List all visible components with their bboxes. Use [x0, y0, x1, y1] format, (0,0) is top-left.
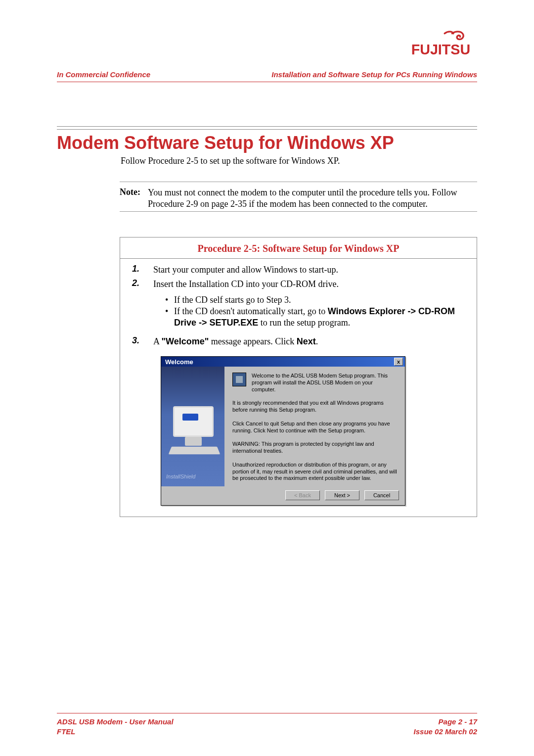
note-label: Note: — [120, 187, 148, 209]
s3-mid: message appears. Click — [209, 336, 296, 346]
bullet-prefix: If the CD doesn't automatically start, g… — [174, 306, 328, 316]
step-3: 3. A "Welcome" message appears. Click Ne… — [126, 335, 471, 347]
step-text: Insert the Installation CD into your CD-… — [153, 278, 471, 332]
installshield-tag: InstallShield — [166, 473, 195, 479]
note-rule-bottom — [120, 211, 477, 212]
footer-r1: Page 2 - 17 — [414, 717, 477, 727]
footer-r2: Issue 02 March 02 — [414, 727, 477, 737]
page-footer: ADSL USB Modem - User Manual FTEL Page 2… — [57, 717, 477, 736]
dialog-titlebar: Welcome x — [161, 357, 405, 367]
section-rule-2 — [57, 129, 477, 130]
page-header: In Commercial Confidence Installation an… — [57, 70, 477, 79]
dialog-side-image: InstallShield — [161, 367, 224, 486]
dialog-body: InstallShield Welcome to the ADSL USB Mo… — [161, 367, 405, 486]
bullet-1: If the CD self starts go to Step 3. — [163, 294, 471, 306]
setup-icon — [232, 373, 246, 386]
dialog-p2: Click Cancel to quit Setup and then clos… — [232, 421, 397, 434]
s3-prefix: A — [153, 336, 162, 346]
step-num: 3. — [126, 335, 153, 347]
s3-qbold: "Welcome" — [162, 336, 209, 346]
note-rule-top — [120, 182, 477, 182]
bullet-2: If the CD doesn't automatically start, g… — [163, 306, 471, 329]
step-text: Start your computer and allow Windows to… — [153, 264, 471, 276]
sub-list: If the CD self starts go to Step 3. If t… — [163, 294, 471, 329]
svg-text:FUJITSU: FUJITSU — [411, 42, 470, 57]
footer-l2: FTEL — [57, 727, 174, 737]
monitor-stand-icon — [185, 437, 202, 446]
footer-rule — [57, 713, 477, 713]
step-text: A "Welcome" message appears. Click Next. — [153, 335, 471, 347]
dialog-p3: WARNING: This program is protected by co… — [232, 441, 397, 455]
dialog-title: Welcome — [165, 358, 193, 366]
s3-bold2: Next — [297, 336, 316, 346]
next-button[interactable]: Next > — [325, 490, 359, 500]
procedure-box: Procedure 2-5: Software Setup for Window… — [120, 237, 477, 517]
monitor-icon — [173, 406, 214, 437]
step-text-span: Insert the Installation CD into your CD-… — [153, 279, 339, 289]
back-button: < Back — [285, 490, 320, 500]
follow-text: Follow Procedure 2-5 to set up the softw… — [121, 156, 340, 166]
note-text: You must not connect the modem to the co… — [148, 187, 477, 209]
dialog-p4: Unauthorized reproduction or distributio… — [232, 462, 397, 482]
s3-suffix: . — [316, 336, 318, 346]
fujitsu-logo: FUJITSU — [410, 29, 477, 61]
procedure-title: Procedure 2-5: Software Setup for Window… — [120, 237, 477, 259]
keyboard-icon — [169, 447, 221, 454]
section-title: Modem Software Setup for Windows XP — [57, 133, 394, 153]
dialog-main-col: Welcome to the ADSL USB Modem Setup prog… — [224, 367, 405, 486]
footer-l1: ADSL USB Modem - User Manual — [57, 717, 174, 727]
dialog-p1: It is strongly recommended that you exit… — [232, 400, 397, 414]
step-2: 2. Insert the Installation CD into your … — [126, 278, 471, 332]
note-row: Note: You must not connect the modem to … — [120, 187, 477, 209]
footer-right: Page 2 - 17 Issue 02 March 02 — [414, 717, 477, 736]
close-icon[interactable]: x — [394, 358, 403, 366]
step-1: 1. Start your computer and allow Windows… — [126, 264, 471, 276]
step-num: 1. — [126, 264, 153, 276]
screenshot-wrap: Welcome x InstallShield — [161, 356, 465, 506]
header-left: In Commercial Confidence — [57, 70, 150, 79]
procedure-content: 1. Start your computer and allow Windows… — [120, 259, 477, 517]
welcome-dialog: Welcome x InstallShield — [161, 356, 405, 506]
header-right: Installation and Software Setup for PCs … — [271, 70, 477, 79]
bullet-suffix: to run the setup program. — [258, 318, 350, 328]
dialog-buttons: < Back Next > Cancel — [161, 486, 405, 505]
welcome-text: Welcome to the ADSL USB Modem Setup prog… — [252, 373, 396, 393]
footer-left: ADSL USB Modem - User Manual FTEL — [57, 717, 174, 736]
cancel-button[interactable]: Cancel — [364, 490, 399, 500]
step-num: 2. — [126, 278, 153, 332]
header-rule — [57, 82, 477, 82]
section-rule-1 — [57, 126, 477, 127]
